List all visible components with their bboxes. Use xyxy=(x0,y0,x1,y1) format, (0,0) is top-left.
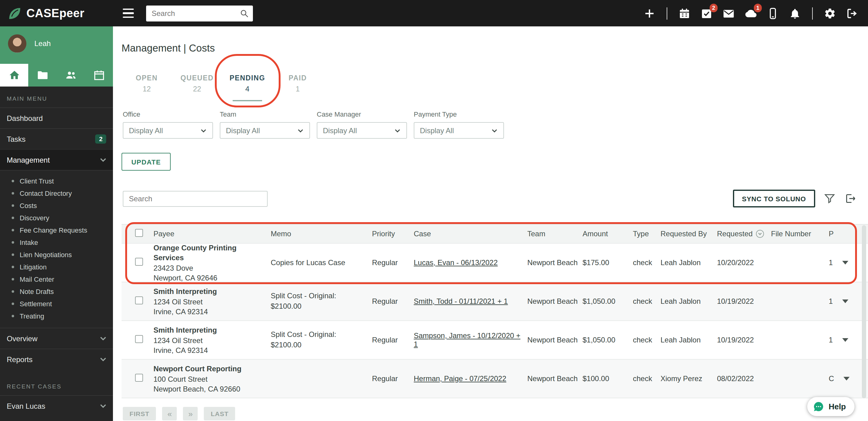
sidebar-subitem-treating[interactable]: Treating xyxy=(0,310,113,322)
calendar-icon[interactable] xyxy=(678,7,691,19)
row-checkbox[interactable] xyxy=(135,258,143,266)
row-checkbox[interactable] xyxy=(135,296,143,304)
main-menu-label: MAIN MENU xyxy=(0,87,113,107)
case-link[interactable]: Lucas, Evan - 06/13/2022 xyxy=(414,258,498,267)
calendar-icon[interactable] xyxy=(85,64,113,87)
topbar-search xyxy=(146,5,253,21)
help-button[interactable]: Help xyxy=(807,397,855,416)
tab-open[interactable]: OPEN 12 xyxy=(122,71,172,101)
user-avatar[interactable] xyxy=(8,34,26,53)
logout-icon[interactable] xyxy=(846,7,858,19)
payee-address: 1234 Oil Street xyxy=(153,297,267,306)
table-search-input[interactable] xyxy=(123,191,268,206)
sync-to-soluno-button[interactable]: SYNC TO SOLUNO xyxy=(733,190,815,207)
col-header-requested[interactable]: Requested xyxy=(717,229,771,238)
table-row[interactable]: Newport Court Reporting 100 Court Street… xyxy=(122,360,868,398)
sidebar-subitem-litigation[interactable]: Litigation xyxy=(0,261,113,273)
sidebar-item-management[interactable]: Management xyxy=(0,149,113,170)
sidebar-subitem-lien-negotiations[interactable]: Lien Negotiations xyxy=(0,249,113,261)
table-row[interactable]: Orange County Printing Services 23423 Do… xyxy=(122,244,868,282)
update-button[interactable]: UPDATE xyxy=(122,153,170,171)
pagination-next-button[interactable]: » xyxy=(183,407,198,420)
sidebar-recent-case-evan-lucas[interactable]: Evan Lucas xyxy=(0,395,113,416)
table-row[interactable]: Smith Interpreting 1234 Oil Street Irvin… xyxy=(122,282,868,321)
file-number-value: 1 xyxy=(829,336,833,344)
row-actions-caret[interactable] xyxy=(843,377,849,381)
sidebar-item-label: Dashboard xyxy=(7,114,43,123)
page-title: Management | Costs xyxy=(122,42,215,54)
team-select[interactable]: Display All xyxy=(220,122,310,139)
table-scrollbar[interactable] xyxy=(862,225,866,398)
col-header-priority[interactable]: Priority xyxy=(372,229,414,238)
row-actions-caret[interactable] xyxy=(842,261,848,264)
chevron-down-icon xyxy=(100,336,106,341)
pagination-last-button[interactable]: LAST xyxy=(204,407,236,420)
sidebar-item-dashboard[interactable]: Dashboard xyxy=(0,107,113,128)
export-icon[interactable] xyxy=(844,192,857,205)
topbar: CASEpeer 2 xyxy=(0,0,868,26)
col-header-team[interactable]: Team xyxy=(527,229,583,238)
col-header-case[interactable]: Case xyxy=(414,229,527,238)
menu-icon[interactable] xyxy=(120,6,136,21)
cloud-icon[interactable]: 1 xyxy=(745,7,757,19)
case-manager-select[interactable]: Display All xyxy=(317,122,407,139)
sidebar-subitem-client-trust[interactable]: Client Trust xyxy=(0,175,113,187)
case-link[interactable]: Smith, Todd - 01/11/2021 + 1 xyxy=(414,297,508,305)
add-icon[interactable] xyxy=(643,7,656,19)
sidebar-item-tasks[interactable]: Tasks 2 xyxy=(0,128,113,149)
tab-queued[interactable]: QUEUED 22 xyxy=(172,71,222,101)
sidebar-subitem-intake[interactable]: Intake xyxy=(0,236,113,249)
payee-address: Irvine, CA 92314 xyxy=(153,306,267,316)
payment-type: check xyxy=(633,258,660,267)
filter-icon[interactable] xyxy=(823,192,836,205)
pagination-first-button[interactable]: FIRST xyxy=(123,407,156,420)
col-header-type[interactable]: Type xyxy=(633,229,660,238)
phone-icon[interactable] xyxy=(767,7,779,19)
col-header-requested-by[interactable]: Requested By xyxy=(660,229,717,238)
mail-icon[interactable] xyxy=(722,7,735,19)
sidebar-subitem-mail-center[interactable]: Mail Center xyxy=(0,273,113,285)
sidebar-user-section: Leah xyxy=(0,26,113,87)
col-header-payee[interactable]: Payee xyxy=(153,229,271,239)
sidebar-subitem-contact-directory[interactable]: Contact Directory xyxy=(0,187,113,199)
table-row[interactable]: Smith Interpreting 1234 Oil Street Irvin… xyxy=(122,321,868,360)
file-number-value: C xyxy=(829,375,834,383)
contacts-icon[interactable] xyxy=(57,64,85,87)
col-header-memo[interactable]: Memo xyxy=(271,229,372,239)
row-checkbox[interactable] xyxy=(135,335,143,343)
folder-icon[interactable] xyxy=(28,64,57,87)
sidebar-subitem-costs[interactable]: Costs xyxy=(0,199,113,212)
tab-pending[interactable]: PENDING 4 xyxy=(222,71,273,101)
col-header-file-number[interactable]: File Number xyxy=(771,229,825,238)
office-select[interactable]: Display All xyxy=(123,122,213,139)
search-icon[interactable] xyxy=(240,9,249,18)
select-all-checkbox[interactable] xyxy=(135,229,143,237)
sidebar-item-reports[interactable]: Reports xyxy=(0,349,113,369)
sidebar-subitem-settlement[interactable]: Settlement xyxy=(0,298,113,310)
brand[interactable]: CASEpeer xyxy=(0,6,113,21)
sidebar-subitem-fee-change-requests[interactable]: Fee Change Requests xyxy=(0,224,113,236)
notifications-icon[interactable] xyxy=(789,7,801,19)
topbar-search-input[interactable] xyxy=(146,5,253,21)
row-actions-caret[interactable] xyxy=(842,299,848,303)
priority: Regular xyxy=(372,375,414,383)
sort-icon[interactable] xyxy=(756,229,764,238)
sidebar-subitem-discovery[interactable]: Discovery xyxy=(0,212,113,224)
col-header-amount[interactable]: Amount xyxy=(583,229,633,238)
row-checkbox[interactable] xyxy=(135,374,143,382)
sidebar-subitem-note-drafts[interactable]: Note Drafts xyxy=(0,285,113,298)
pagination-prev-button[interactable]: « xyxy=(162,407,177,420)
case-link[interactable]: Sampson, James - 10/12/2020 + 1 xyxy=(414,331,521,349)
row-actions-caret[interactable] xyxy=(842,338,848,342)
tab-paid[interactable]: PAID 1 xyxy=(273,71,323,101)
amount: $1,050.00 xyxy=(583,297,633,305)
settings-icon[interactable] xyxy=(824,7,836,19)
memo: Split Cost - Original: $2100.00 xyxy=(271,329,372,350)
tasks-icon[interactable]: 2 xyxy=(701,7,713,19)
payment-type-select[interactable]: Display All xyxy=(414,122,504,139)
sidebar-item-overview[interactable]: Overview xyxy=(0,328,113,349)
col-header-truncated[interactable]: P xyxy=(825,229,868,238)
home-icon[interactable] xyxy=(0,64,28,87)
case-link[interactable]: Herman, Paige - 07/25/2022 xyxy=(414,375,506,383)
payment-type: check xyxy=(633,375,660,383)
